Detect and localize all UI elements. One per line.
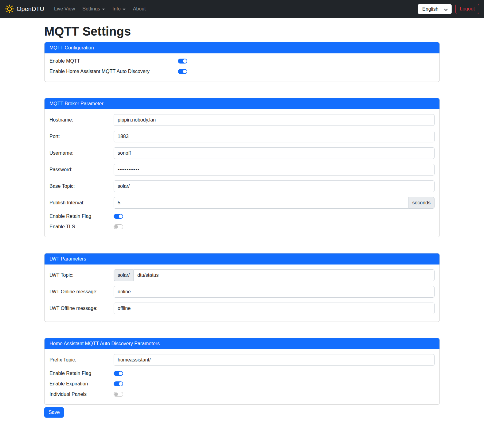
nav-item-about-label: About (133, 6, 146, 12)
lwt-online-field-wrap (114, 286, 435, 298)
row-individual-panels: Individual Panels (49, 392, 435, 397)
base-topic-field-wrap (114, 180, 435, 192)
lwt-topic-group: solar/ (114, 269, 435, 281)
toggle-knob (114, 392, 118, 396)
hostname-input[interactable] (114, 114, 435, 126)
row-publish-interval: Publish Interval: seconds (49, 197, 435, 209)
toggle-knob (119, 214, 123, 218)
row-prefix-topic: Prefix Topic: (49, 354, 435, 366)
password-label: Password: (49, 167, 114, 172)
language-select[interactable]: English (418, 4, 452, 14)
enable-tls-field (114, 224, 435, 229)
lwt-topic-prefix: solar/ (114, 269, 133, 281)
nav-item-settings-label: Settings (82, 6, 100, 12)
logout-button[interactable]: Logout (455, 4, 479, 14)
brand-label: OpenDTU (17, 6, 44, 13)
toggle-knob (119, 382, 123, 386)
toggle-knob (183, 70, 187, 73)
enable-mqtt-label: Enable MQTT (49, 58, 178, 64)
chevron-down-icon (123, 9, 126, 10)
card-header-mqtt-broker: MQTT Broker Parameter (45, 98, 439, 109)
hostname-label: Hostname: (49, 117, 114, 123)
port-label: Port: (49, 134, 114, 139)
row-port: Port: (49, 131, 435, 142)
password-field-wrap (114, 164, 435, 176)
individual-panels-toggle[interactable] (114, 392, 123, 397)
enable-mqtt-toggle[interactable] (178, 59, 187, 64)
row-base-topic: Base Topic: (49, 180, 435, 192)
prefix-topic-label: Prefix Topic: (49, 357, 114, 363)
lwt-online-input[interactable] (114, 286, 435, 298)
card-body-mqtt-broker: Hostname: Port: Username: Password: (45, 109, 439, 237)
retain-flag-field (114, 214, 435, 219)
lwt-online-label: LWT Online message: (49, 289, 114, 295)
row-hass-expiration: Enable Expiration (49, 381, 435, 387)
port-field-wrap (114, 131, 435, 142)
language-select-wrap: English (418, 4, 452, 14)
hass-retain-field (114, 371, 435, 376)
lwt-topic-field-wrap: solar/ (114, 269, 435, 281)
row-hass-retain: Enable Retain Flag (49, 371, 435, 376)
card-mqtt-configuration: MQTT Configuration Enable MQTT Enable Ho… (44, 42, 440, 82)
publish-interval-unit: seconds (408, 197, 435, 209)
toggle-knob (114, 225, 118, 229)
publish-interval-input[interactable] (114, 197, 408, 209)
toggle-knob (183, 59, 187, 63)
username-label: Username: (49, 150, 114, 156)
chevron-down-icon (102, 9, 105, 10)
card-body-lwt: LWT Topic: solar/ LWT Online message: LW… (45, 265, 439, 322)
individual-panels-field (114, 392, 435, 397)
row-password: Password: (49, 164, 435, 176)
card-header-lwt: LWT Parameters (45, 253, 439, 265)
retain-flag-label: Enable Retain Flag (49, 214, 114, 219)
card-body-hass-discovery: Prefix Topic: Enable Retain Flag Enable … (45, 349, 439, 404)
prefix-topic-field-wrap (114, 354, 435, 366)
card-header-mqtt-configuration: MQTT Configuration (45, 42, 439, 53)
nav-item-settings[interactable]: Settings (80, 4, 107, 14)
lwt-topic-label: LWT Topic: (49, 272, 114, 278)
prefix-topic-input[interactable] (114, 354, 435, 366)
nav-item-about[interactable]: About (131, 4, 148, 14)
hass-expiration-toggle[interactable] (114, 381, 123, 386)
retain-flag-toggle[interactable] (114, 214, 123, 219)
row-lwt-online: LWT Online message: (49, 286, 435, 298)
hass-expiration-field (114, 381, 435, 386)
row-lwt-topic: LWT Topic: solar/ (49, 269, 435, 281)
sun-icon (5, 4, 14, 14)
username-input[interactable] (114, 147, 435, 159)
nav-item-info[interactable]: Info (110, 4, 128, 14)
nav-item-live-view[interactable]: Live View (52, 4, 77, 14)
password-input[interactable] (114, 164, 435, 176)
card-lwt: LWT Parameters LWT Topic: solar/ LWT Onl… (44, 253, 440, 322)
lwt-offline-label: LWT Offline message: (49, 306, 114, 311)
base-topic-input[interactable] (114, 180, 435, 192)
nav-item-live-view-label: Live View (54, 6, 75, 12)
main-content: MQTT Settings MQTT Configuration Enable … (39, 25, 445, 425)
enable-ha-discovery-label: Enable Home Assistant MQTT Auto Discover… (49, 69, 178, 74)
hass-retain-toggle[interactable] (114, 371, 123, 376)
row-lwt-offline: LWT Offline message: (49, 303, 435, 314)
publish-interval-group: seconds (114, 197, 435, 209)
username-field-wrap (114, 147, 435, 159)
brand[interactable]: OpenDTU (5, 4, 44, 14)
individual-panels-label: Individual Panels (49, 392, 114, 397)
port-input[interactable] (114, 131, 435, 142)
toggle-knob (119, 372, 123, 375)
enable-ha-discovery-toggle[interactable] (178, 69, 187, 74)
enable-tls-toggle[interactable] (114, 224, 123, 229)
nav-links: Live View Settings Info About (52, 4, 148, 14)
page-title: MQTT Settings (44, 25, 440, 38)
row-username: Username: (49, 147, 435, 159)
enable-mqtt-field (178, 59, 435, 64)
hass-expiration-label: Enable Expiration (49, 381, 114, 387)
row-retain-flag: Enable Retain Flag (49, 214, 435, 219)
enable-tls-label: Enable TLS (49, 224, 114, 230)
base-topic-label: Base Topic: (49, 183, 114, 189)
publish-interval-label: Publish Interval: (49, 200, 114, 206)
card-hass-discovery: Home Assistant MQTT Auto Discovery Param… (44, 338, 440, 405)
card-header-hass-discovery: Home Assistant MQTT Auto Discovery Param… (45, 338, 439, 349)
lwt-topic-input[interactable] (133, 269, 435, 281)
lwt-offline-input[interactable] (114, 303, 435, 314)
nav-item-info-label: Info (112, 6, 121, 12)
save-button[interactable]: Save (44, 407, 64, 418)
